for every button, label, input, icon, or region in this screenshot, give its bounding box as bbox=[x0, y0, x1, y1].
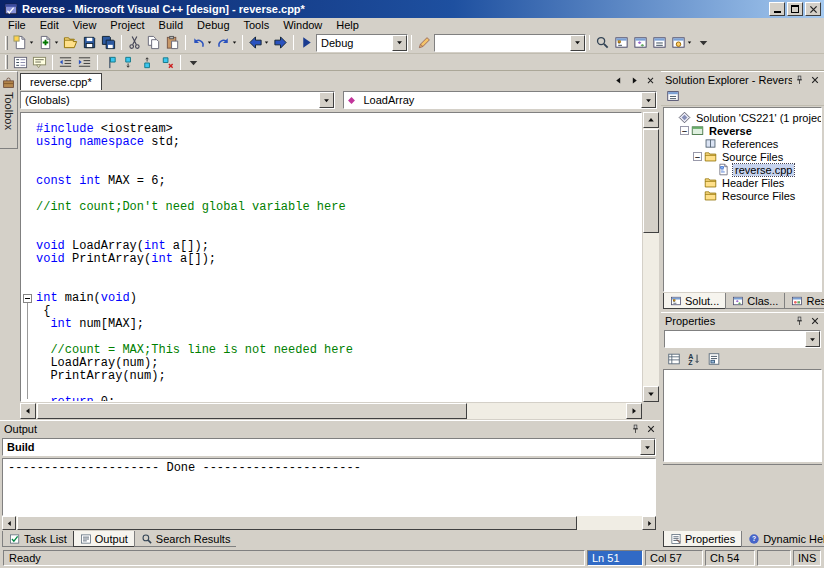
object-browser-menu-arrow-icon[interactable] bbox=[687, 40, 692, 45]
start-button[interactable] bbox=[297, 33, 316, 53]
toolbar-options-button[interactable] bbox=[184, 55, 203, 70]
toolbar-options-button[interactable] bbox=[694, 33, 713, 53]
toolbar-grip[interactable] bbox=[5, 36, 8, 50]
scroll-left-button[interactable] bbox=[2, 516, 16, 530]
code-line-21[interactable] bbox=[36, 383, 641, 396]
member-list-button[interactable] bbox=[11, 55, 30, 70]
output-close-button[interactable] bbox=[643, 423, 658, 436]
horizontal-scroll-thumb[interactable] bbox=[37, 403, 467, 419]
tree-item-solution-cs221-1-project[interactable]: Solution 'CS221' (1 project) bbox=[664, 111, 821, 124]
menu-project[interactable]: Project bbox=[103, 18, 151, 32]
cut-button[interactable] bbox=[125, 33, 144, 53]
code-line-16[interactable]: int num[MAX]; bbox=[36, 318, 641, 331]
toolbox-tab[interactable]: Toolbox bbox=[0, 71, 18, 149]
tree-item-source-files[interactable]: −Source Files bbox=[664, 150, 821, 163]
output-text[interactable]: --------------------- Done -------------… bbox=[2, 458, 656, 516]
close-button[interactable] bbox=[805, 2, 821, 16]
menu-help[interactable]: Help bbox=[329, 18, 366, 32]
find-dropdown-arrow-icon[interactable] bbox=[570, 35, 585, 51]
properties-grid[interactable] bbox=[663, 369, 822, 462]
add-item-menu-arrow-icon[interactable] bbox=[54, 40, 59, 45]
new-project-menu-arrow-icon[interactable] bbox=[29, 40, 34, 45]
members-dropdown[interactable]: LoadArray bbox=[343, 91, 658, 109]
output-pane-arrow-icon[interactable] bbox=[640, 439, 655, 455]
redo-button[interactable] bbox=[214, 33, 239, 53]
add-item-button[interactable] bbox=[36, 33, 61, 53]
output-pin-button[interactable] bbox=[628, 423, 643, 436]
menu-debug[interactable]: Debug bbox=[190, 18, 236, 32]
editor-horizontal-scrollbar[interactable] bbox=[20, 403, 642, 419]
navigate-forward-button[interactable] bbox=[271, 33, 290, 53]
solution-explorer-pin-button[interactable] bbox=[792, 74, 807, 87]
code-editor[interactable]: #include <iostream>using namespace std;c… bbox=[20, 112, 642, 402]
vertical-scroll-thumb[interactable] bbox=[643, 129, 659, 233]
properties-close-button[interactable] bbox=[807, 315, 822, 328]
se-tab-solut[interactable]: Solut... bbox=[663, 293, 726, 309]
code-line-2[interactable]: using namespace std; bbox=[36, 136, 641, 149]
editor-tab-reverse-cpp[interactable]: reverse.cpp* bbox=[20, 73, 102, 90]
collapse-icon[interactable]: − bbox=[680, 126, 689, 135]
menu-view[interactable]: View bbox=[66, 18, 104, 32]
categorized-button[interactable] bbox=[664, 351, 683, 367]
properties-object-dropdown[interactable] bbox=[664, 330, 821, 348]
types-dropdown[interactable]: (Globals) bbox=[20, 91, 335, 109]
menu-window[interactable]: Window bbox=[276, 18, 329, 32]
menu-edit[interactable]: Edit bbox=[33, 18, 66, 32]
collapse-icon[interactable]: − bbox=[693, 152, 702, 161]
code-line-22[interactable]: return 0; bbox=[36, 396, 641, 401]
menu-build[interactable]: Build bbox=[152, 18, 190, 32]
tree-item-header-files[interactable]: Header Files bbox=[664, 176, 821, 189]
tree-item-resource-files[interactable]: Resource Files bbox=[664, 189, 821, 202]
tree-item-reverse-cpp[interactable]: reverse.cpp bbox=[664, 163, 821, 176]
navigate-back-button[interactable] bbox=[246, 33, 271, 53]
horizontal-scroll-thumb[interactable] bbox=[17, 516, 577, 530]
search-button[interactable] bbox=[593, 33, 612, 53]
tab-scroll-right-button[interactable] bbox=[627, 74, 642, 88]
properties-window-button[interactable] bbox=[650, 33, 669, 53]
redo-menu-arrow-icon[interactable] bbox=[232, 40, 237, 45]
solution-configurations-combobox[interactable]: Debug bbox=[316, 34, 408, 52]
property-pages-button[interactable] bbox=[704, 351, 723, 367]
clear-bookmarks-button[interactable] bbox=[158, 55, 177, 70]
output-pane-dropdown[interactable]: Build bbox=[2, 438, 656, 456]
new-project-button[interactable] bbox=[11, 33, 36, 53]
code-line-11[interactable]: void PrintArray(int a[]); bbox=[36, 253, 641, 266]
open-file-button[interactable] bbox=[61, 33, 80, 53]
tree-item-references[interactable]: References bbox=[664, 137, 821, 150]
previous-bookmark-button[interactable] bbox=[139, 55, 158, 70]
close-document-button[interactable] bbox=[643, 74, 658, 88]
toolbar-grip[interactable] bbox=[5, 55, 8, 69]
solution-explorer-button[interactable] bbox=[612, 33, 631, 53]
copy-button[interactable] bbox=[144, 33, 163, 53]
save-all-button[interactable] bbox=[99, 33, 118, 53]
right-tab-properties[interactable]: Properties bbox=[663, 531, 742, 547]
paste-button[interactable] bbox=[163, 33, 182, 53]
bottom-tab-task-list[interactable]: Task List bbox=[2, 531, 74, 547]
tab-scroll-left-button[interactable] bbox=[611, 74, 626, 88]
navigate-back-menu-arrow-icon[interactable] bbox=[264, 40, 269, 45]
collapse-toggle-icon[interactable] bbox=[23, 294, 32, 303]
menu-file[interactable]: File bbox=[1, 18, 33, 32]
code-line-7[interactable]: //int count;Don't need global variable h… bbox=[36, 201, 641, 214]
object-browser-button[interactable] bbox=[669, 33, 694, 53]
solution-explorer-close-button[interactable] bbox=[807, 74, 822, 87]
code-line-12[interactable] bbox=[36, 266, 641, 279]
undo-menu-arrow-icon[interactable] bbox=[207, 40, 212, 45]
code-line-20[interactable]: PrintArray(num); bbox=[36, 370, 641, 383]
menu-tools[interactable]: Tools bbox=[237, 18, 277, 32]
next-bookmark-button[interactable] bbox=[120, 55, 139, 70]
bottom-tab-output[interactable]: Output bbox=[73, 531, 135, 547]
solution-configurations-dropdown-arrow-icon[interactable] bbox=[392, 35, 407, 51]
increase-indent-button[interactable] bbox=[75, 55, 94, 70]
minimize-button[interactable] bbox=[769, 2, 785, 16]
types-dropdown-arrow-icon[interactable] bbox=[319, 92, 334, 108]
class-view-button[interactable] bbox=[631, 33, 650, 53]
code-line-8[interactable] bbox=[36, 214, 641, 227]
toggle-bookmark-button[interactable] bbox=[101, 55, 120, 70]
find-combobox[interactable] bbox=[434, 34, 586, 52]
scroll-left-button[interactable] bbox=[20, 403, 36, 419]
se-tab-clas[interactable]: Clas... bbox=[725, 293, 785, 309]
scroll-right-button[interactable] bbox=[626, 403, 642, 419]
right-tab-dynamic-help[interactable]: ?Dynamic Help bbox=[741, 531, 824, 547]
output-horizontal-scrollbar[interactable] bbox=[2, 516, 656, 530]
